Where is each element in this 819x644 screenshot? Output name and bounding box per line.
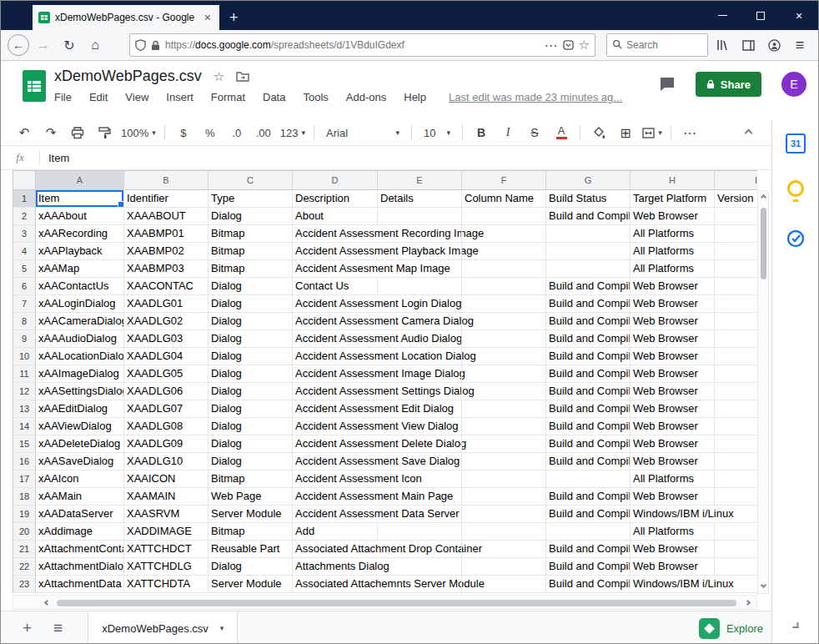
row-header-7[interactable]: 7 bbox=[13, 295, 36, 313]
cell-b23[interactable]: XATTCHDTA bbox=[124, 576, 209, 593]
undo-icon[interactable]: ↶ bbox=[14, 123, 34, 143]
column-header-b[interactable]: B bbox=[124, 170, 209, 190]
column-header-d[interactable]: D bbox=[293, 170, 378, 190]
cell-g2[interactable]: Build and Compile bbox=[546, 208, 631, 225]
cell-i6[interactable] bbox=[715, 278, 757, 295]
row-header-21[interactable]: 21 bbox=[13, 541, 36, 558]
cell-i2[interactable] bbox=[715, 208, 757, 225]
row-header-22[interactable]: 22 bbox=[13, 558, 36, 576]
cell-a1[interactable]: Item bbox=[36, 190, 124, 208]
format-percent-button[interactable]: % bbox=[200, 123, 220, 143]
cell-a20[interactable]: xAddimage bbox=[36, 523, 124, 541]
formula-value[interactable]: Item bbox=[40, 152, 69, 164]
column-header-g[interactable]: G bbox=[546, 170, 631, 190]
cell-e9[interactable] bbox=[378, 330, 462, 348]
cell-b1[interactable]: Identifier bbox=[124, 190, 209, 208]
cell-i12[interactable] bbox=[715, 383, 757, 400]
cell-g17[interactable] bbox=[546, 470, 631, 488]
vertical-scrollbar[interactable] bbox=[757, 190, 769, 594]
row-header-4[interactable]: 4 bbox=[13, 243, 36, 260]
menu-data[interactable]: Data bbox=[263, 91, 285, 103]
cell-h9[interactable]: Web Browser bbox=[631, 330, 715, 348]
cell-g14[interactable]: Build and Compile bbox=[546, 418, 631, 435]
cell-i10[interactable] bbox=[715, 348, 757, 365]
zoom-dropdown[interactable]: 100%▾ bbox=[121, 123, 156, 143]
cell-f14[interactable] bbox=[462, 418, 546, 435]
merge-cells-dropdown[interactable]: ▾ bbox=[642, 123, 662, 143]
cell-a2[interactable]: xAAAbout bbox=[36, 208, 124, 225]
cell-e14[interactable] bbox=[378, 418, 462, 435]
cell-f20[interactable] bbox=[462, 523, 546, 541]
cell-i16[interactable] bbox=[715, 453, 757, 470]
tab-close-icon[interactable]: × bbox=[202, 11, 214, 24]
keep-icon[interactable] bbox=[787, 180, 804, 197]
cell-e8[interactable] bbox=[378, 313, 462, 330]
cell-c9[interactable]: Dialog bbox=[209, 330, 293, 348]
format-currency-button[interactable]: $ bbox=[173, 123, 193, 143]
cell-c6[interactable]: Dialog bbox=[209, 278, 293, 295]
search-input[interactable] bbox=[626, 39, 693, 51]
cell-b22[interactable]: XATTCHDLG bbox=[124, 558, 209, 576]
cell-b3[interactable]: XAABMP01 bbox=[124, 225, 209, 243]
tracking-shield-icon[interactable] bbox=[135, 39, 146, 51]
cell-e21[interactable] bbox=[378, 541, 462, 558]
cell-d7[interactable]: Accident Assessment Login Dialog bbox=[293, 295, 378, 313]
cell-f23[interactable] bbox=[462, 576, 546, 593]
home-button[interactable]: ⌂ bbox=[83, 33, 107, 57]
cell-a6[interactable]: xAAContactUs bbox=[36, 278, 124, 295]
cell-d16[interactable]: Accident Assessment Save Dialog bbox=[293, 453, 378, 470]
cell-d5[interactable]: Accident Assesment Map Image bbox=[293, 260, 378, 278]
cell-f11[interactable] bbox=[462, 365, 546, 383]
move-to-folder-icon[interactable] bbox=[236, 71, 249, 82]
row-header-12[interactable]: 12 bbox=[13, 383, 36, 400]
avatar[interactable]: E bbox=[781, 72, 806, 97]
cell-f1[interactable]: Column Name bbox=[462, 190, 546, 208]
cell-f9[interactable] bbox=[462, 330, 546, 348]
horizontal-scroll-thumb[interactable] bbox=[57, 600, 736, 606]
row-header-9[interactable]: 9 bbox=[13, 330, 36, 348]
cell-h19[interactable]: Windows/IBM i/Linux bbox=[631, 506, 715, 523]
all-sheets-icon[interactable]: ≡ bbox=[53, 619, 63, 637]
cell-d1[interactable]: Description bbox=[293, 190, 378, 208]
star-document-icon[interactable]: ☆ bbox=[214, 69, 224, 84]
increase-decimals-button[interactable]: .00 bbox=[254, 123, 274, 143]
share-button[interactable]: Share bbox=[696, 72, 761, 97]
hide-menus-button[interactable] bbox=[738, 123, 758, 143]
fill-color-button[interactable] bbox=[589, 123, 609, 143]
cell-g4[interactable] bbox=[546, 243, 631, 260]
cell-b12[interactable]: XAADLG06 bbox=[124, 383, 209, 400]
cell-i5[interactable] bbox=[715, 260, 757, 278]
minimize-button[interactable] bbox=[703, 1, 741, 30]
cell-c16[interactable]: Dialog bbox=[209, 453, 293, 470]
menu-help[interactable]: Help bbox=[404, 91, 426, 103]
cell-d8[interactable]: Accident Assessment Camera Dialog bbox=[293, 313, 378, 330]
cell-i23[interactable] bbox=[715, 576, 757, 593]
font-dropdown[interactable]: Arial▾ bbox=[323, 123, 403, 143]
cell-d10[interactable]: Accident Assessment Location Dialog bbox=[293, 348, 378, 365]
cell-e7[interactable] bbox=[378, 295, 462, 313]
cell-g15[interactable]: Build and Compile bbox=[546, 435, 631, 453]
italic-button[interactable]: I bbox=[498, 123, 518, 143]
cell-c8[interactable]: Dialog bbox=[209, 313, 293, 330]
cell-d22[interactable]: Attachments Dialog bbox=[293, 558, 378, 576]
cell-c22[interactable]: Dialog bbox=[209, 558, 293, 576]
cell-h8[interactable]: Web Browser bbox=[631, 313, 715, 330]
cell-e20[interactable] bbox=[378, 523, 462, 541]
comment-icon[interactable] bbox=[659, 77, 676, 92]
cell-e18[interactable] bbox=[378, 488, 462, 506]
row-header-19[interactable]: 19 bbox=[13, 506, 36, 523]
account-icon[interactable] bbox=[762, 33, 786, 57]
cell-f17[interactable] bbox=[462, 470, 546, 488]
close-button[interactable]: × bbox=[780, 1, 818, 30]
sheets-logo-icon[interactable] bbox=[23, 70, 46, 105]
browser-tab[interactable]: xDemoWebPages.csv - Google × bbox=[33, 5, 219, 30]
cell-a13[interactable]: xAAEditDialog bbox=[36, 400, 124, 418]
cell-c7[interactable]: Dialog bbox=[209, 295, 293, 313]
cell-i9[interactable] bbox=[715, 330, 757, 348]
column-header-i[interactable]: I bbox=[715, 170, 757, 190]
cell-i18[interactable] bbox=[715, 488, 757, 506]
cell-f15[interactable] bbox=[462, 435, 546, 453]
row-header-14[interactable]: 14 bbox=[13, 418, 36, 435]
menu-tools[interactable]: Tools bbox=[303, 91, 328, 103]
cell-d4[interactable]: Accident Assessment Playback Image bbox=[293, 243, 378, 260]
